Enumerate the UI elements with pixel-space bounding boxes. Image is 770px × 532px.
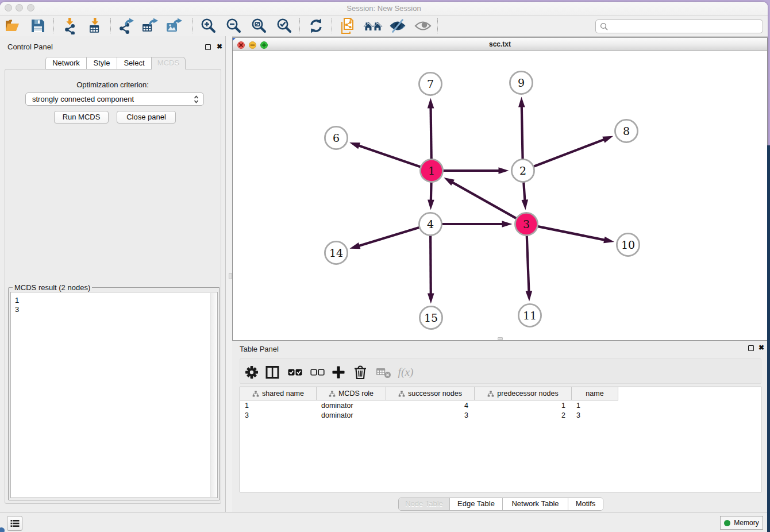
column-header-name[interactable]: name bbox=[572, 387, 618, 400]
import-network-icon[interactable] bbox=[60, 17, 80, 34]
toolbar-separator bbox=[53, 18, 54, 33]
table-cell[interactable]: 3 bbox=[572, 411, 618, 421]
import-table-icon[interactable] bbox=[85, 17, 106, 34]
refresh-layout-icon[interactable] bbox=[306, 17, 326, 34]
toolbar-separator bbox=[299, 18, 300, 33]
select-all-icon[interactable] bbox=[285, 363, 305, 381]
control-panel-tab-network[interactable]: Network bbox=[45, 57, 87, 70]
table-cell[interactable]: dominator bbox=[317, 401, 386, 411]
table-row-1[interactable]: 1dominator411 bbox=[240, 401, 618, 411]
zoom-fit-icon[interactable] bbox=[248, 17, 269, 34]
edge-1-6[interactable] bbox=[357, 145, 422, 167]
column-header-MCDS-role[interactable]: MCDS role bbox=[317, 387, 386, 400]
select-chevrons-icon bbox=[194, 95, 199, 104]
table-panel-close-icon[interactable]: ✖ bbox=[759, 344, 764, 352]
edge-1-4[interactable] bbox=[431, 181, 432, 202]
memory-button[interactable]: Memory bbox=[720, 516, 763, 530]
edge-4-14[interactable] bbox=[358, 227, 421, 246]
table-panel-float-icon[interactable] bbox=[748, 345, 754, 351]
deselect-all-icon[interactable] bbox=[307, 363, 327, 381]
edge-2-9[interactable] bbox=[522, 105, 523, 160]
export-image-icon[interactable] bbox=[164, 17, 184, 34]
table-cell[interactable]: 1 bbox=[572, 401, 618, 411]
graph-node-label-11: 11 bbox=[523, 309, 537, 322]
table-cell[interactable]: dominator bbox=[317, 411, 386, 421]
network-canvas[interactable]: 7968124314101511 bbox=[233, 51, 767, 340]
edge-arrowhead bbox=[502, 221, 513, 228]
app-titlebar[interactable]: Session: New Session bbox=[0, 2, 768, 16]
toolbar-separator bbox=[110, 18, 111, 33]
column-header-shared-name[interactable]: shared name bbox=[240, 387, 317, 400]
vertical-splitter[interactable] bbox=[226, 36, 232, 512]
column-tree-icon bbox=[398, 391, 405, 397]
network-graph[interactable]: 7968124314101511 bbox=[233, 51, 767, 340]
mcds-result-scrollbar[interactable] bbox=[210, 293, 217, 497]
task-history-button[interactable] bbox=[7, 516, 22, 531]
table-row-3[interactable]: 3dominator323 bbox=[240, 411, 618, 421]
add-row-icon[interactable] bbox=[329, 363, 348, 381]
zoom-selected-icon[interactable] bbox=[274, 17, 294, 34]
export-table-icon[interactable] bbox=[140, 17, 160, 34]
clone-network-icon[interactable] bbox=[337, 17, 358, 34]
export-network-icon[interactable] bbox=[116, 17, 137, 34]
column-header-successor-nodes[interactable]: successor nodes bbox=[386, 387, 475, 400]
table-tab-network-table[interactable]: Network Table bbox=[503, 498, 568, 510]
table-tab-node-table[interactable]: Node Table bbox=[399, 498, 450, 510]
search-field[interactable] bbox=[595, 20, 763, 33]
mcds-result-values: 1 3 bbox=[15, 296, 19, 314]
table-cell[interactable]: 1 bbox=[475, 401, 572, 411]
table-cell[interactable]: 3 bbox=[386, 411, 475, 421]
column-tree-icon bbox=[329, 391, 336, 397]
background-desktop-dot bbox=[0, 527, 5, 532]
svg-text:f(x): f(x) bbox=[398, 366, 414, 379]
edge-2-3[interactable] bbox=[523, 181, 525, 202]
graph-node-label-1: 1 bbox=[428, 164, 435, 177]
control-panel: Control Panel ✖ NetworkStyleSelectMCDS O… bbox=[0, 36, 226, 512]
table-cell[interactable]: 4 bbox=[386, 401, 475, 411]
control-panel-tab-mcds[interactable]: MCDS bbox=[152, 57, 186, 70]
table-panel: Table Panel ✖ f(x) bbox=[232, 341, 768, 512]
graph-node-label-7: 7 bbox=[427, 78, 434, 90]
table-settings-icon[interactable] bbox=[242, 363, 261, 381]
table-toolbar: f(x) bbox=[240, 358, 761, 384]
table-tab-edge-table[interactable]: Edge Table bbox=[450, 498, 503, 510]
run-mcds-button[interactable]: Run MCDS bbox=[54, 111, 109, 124]
optimization-criterion-value: strongly connected component bbox=[32, 95, 134, 103]
control-panel-tab-select[interactable]: Select bbox=[117, 57, 152, 70]
home-layout-icon[interactable] bbox=[363, 17, 383, 34]
optimization-criterion-select[interactable]: strongly connected component bbox=[25, 92, 204, 106]
edge-3-11[interactable] bbox=[527, 234, 529, 293]
session-title: Session: New Session bbox=[0, 4, 768, 13]
graph-node-label-15: 15 bbox=[424, 311, 438, 324]
edge-3-10[interactable] bbox=[537, 226, 606, 241]
edge-4-15[interactable] bbox=[430, 234, 431, 295]
open-file-icon[interactable] bbox=[3, 17, 24, 34]
table-cell[interactable]: 3 bbox=[240, 411, 317, 421]
delete-row-icon[interactable] bbox=[351, 363, 370, 381]
table-tab-motifs[interactable]: Motifs bbox=[568, 498, 603, 510]
column-layout-icon[interactable] bbox=[263, 363, 282, 381]
frame-focus-corner bbox=[233, 38, 236, 41]
graph-node-label-14: 14 bbox=[329, 246, 343, 259]
control-panel-tab-style[interactable]: Style bbox=[87, 57, 117, 70]
save-session-icon[interactable] bbox=[28, 17, 48, 34]
node-table[interactable]: shared name MCDS role successor nodes pr… bbox=[240, 387, 761, 492]
edge-arrowhead bbox=[526, 291, 533, 301]
search-input[interactable] bbox=[610, 21, 763, 32]
table-cell[interactable]: 2 bbox=[475, 411, 572, 421]
horizontal-splitter-grabber[interactable] bbox=[498, 337, 503, 340]
close-panel-button[interactable]: Close panel bbox=[117, 111, 176, 124]
zoom-in-icon[interactable] bbox=[198, 17, 218, 34]
edge-2-8[interactable] bbox=[533, 139, 605, 167]
column-label: name bbox=[586, 390, 603, 398]
control-panel-float-icon[interactable] bbox=[205, 44, 211, 50]
table-cell[interactable]: 1 bbox=[240, 401, 317, 411]
edge-1-7[interactable] bbox=[431, 106, 432, 160]
mcds-result-textarea[interactable]: 1 3 bbox=[10, 292, 218, 498]
network-window-titlebar[interactable]: scc.txt bbox=[233, 38, 767, 51]
edge-3-1[interactable] bbox=[451, 182, 517, 219]
hide-selected-icon[interactable] bbox=[387, 17, 408, 34]
zoom-out-icon[interactable] bbox=[223, 17, 244, 34]
control-panel-close-icon[interactable]: ✖ bbox=[217, 43, 222, 51]
column-header-predecessor-nodes[interactable]: predecessor nodes bbox=[475, 387, 572, 400]
